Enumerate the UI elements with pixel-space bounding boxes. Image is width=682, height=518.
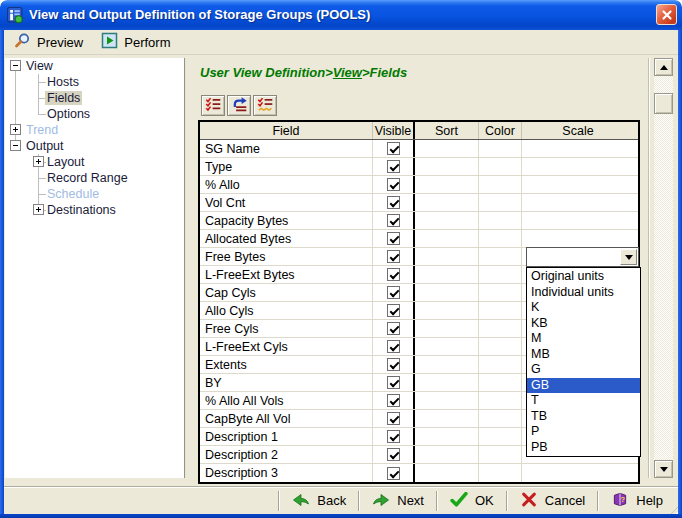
tree-item-label[interactable]: Schedule <box>45 187 101 201</box>
collapse-minus-icon[interactable] <box>10 60 21 71</box>
cancel-button[interactable]: Cancel <box>509 489 596 513</box>
color-cell[interactable] <box>479 374 522 391</box>
default-fields-button[interactable] <box>253 95 277 116</box>
visible-checkbox-checked[interactable] <box>387 430 400 443</box>
collapse-minus-icon[interactable] <box>10 140 21 151</box>
visible-cell[interactable] <box>373 212 415 229</box>
visible-cell[interactable] <box>373 230 415 247</box>
scale-cell[interactable] <box>522 194 634 211</box>
sort-cell[interactable] <box>415 266 479 283</box>
sort-cell[interactable] <box>415 320 479 337</box>
color-cell[interactable] <box>479 428 522 445</box>
visible-cell[interactable] <box>373 428 415 445</box>
visible-checkbox-checked[interactable] <box>387 196 400 209</box>
visible-cell[interactable] <box>373 176 415 193</box>
scale-option-m[interactable]: M <box>527 331 640 347</box>
scale-cell[interactable] <box>522 140 634 157</box>
visible-cell[interactable] <box>373 140 415 157</box>
perform-button[interactable]: Perform <box>97 30 174 54</box>
visible-checkbox-checked[interactable] <box>387 250 400 263</box>
color-cell[interactable] <box>479 212 522 229</box>
scrollbar-thumb[interactable] <box>654 93 673 114</box>
visible-checkbox-checked[interactable] <box>387 232 400 245</box>
sort-cell[interactable] <box>415 230 479 247</box>
tree-item-record-range[interactable]: Record Range <box>5 170 185 186</box>
expand-plus-icon[interactable] <box>10 124 21 135</box>
ok-button[interactable]: OK <box>439 489 505 513</box>
visible-cell[interactable] <box>373 374 415 391</box>
visible-checkbox-checked[interactable] <box>387 304 400 317</box>
back-button[interactable]: Back <box>281 489 357 513</box>
visible-checkbox-checked[interactable] <box>387 340 400 353</box>
visible-cell[interactable] <box>373 158 415 175</box>
sort-cell[interactable] <box>415 374 479 391</box>
scale-option-p[interactable]: P <box>527 424 640 440</box>
color-cell[interactable] <box>479 410 522 427</box>
visible-cell[interactable] <box>373 338 415 355</box>
color-cell[interactable] <box>479 140 522 157</box>
visible-checkbox-checked[interactable] <box>387 448 400 461</box>
visible-cell[interactable] <box>373 356 415 373</box>
expand-plus-icon[interactable] <box>33 156 44 167</box>
tree-item-label[interactable]: Destinations <box>45 203 118 217</box>
combobox-dropdown-arrow-icon[interactable] <box>620 249 637 265</box>
visible-checkbox-checked[interactable] <box>387 214 400 227</box>
color-cell[interactable] <box>479 464 522 482</box>
scale-option-original-units[interactable]: Original units <box>527 269 640 285</box>
tree-item-fields[interactable]: Fields <box>5 90 185 106</box>
color-cell[interactable] <box>479 320 522 337</box>
sort-cell[interactable] <box>415 392 479 409</box>
color-cell[interactable] <box>479 356 522 373</box>
next-button[interactable]: Next <box>361 489 435 513</box>
sort-cell[interactable] <box>415 194 479 211</box>
scale-cell[interactable] <box>522 230 634 247</box>
color-cell[interactable] <box>479 302 522 319</box>
sort-cell[interactable] <box>415 212 479 229</box>
tree-item-label[interactable]: Output <box>24 139 66 153</box>
sort-cell[interactable] <box>415 158 479 175</box>
color-cell[interactable] <box>479 248 522 265</box>
visible-checkbox-checked[interactable] <box>387 268 400 281</box>
visible-cell[interactable] <box>373 302 415 319</box>
scale-option-individual-units[interactable]: Individual units <box>527 285 640 301</box>
color-cell[interactable] <box>479 176 522 193</box>
visible-checkbox-checked[interactable] <box>387 142 400 155</box>
tree-item-view[interactable]: View <box>5 58 185 74</box>
sort-cell[interactable] <box>415 302 479 319</box>
scale-option-mb[interactable]: MB <box>527 347 640 363</box>
tree-item-label[interactable]: Options <box>45 107 92 121</box>
sort-cell[interactable] <box>415 284 479 301</box>
visible-cell[interactable] <box>373 446 415 463</box>
tree-item-label[interactable]: Record Range <box>45 171 130 185</box>
vertical-scrollbar-track[interactable] <box>654 58 673 478</box>
expand-plus-icon[interactable] <box>33 204 44 215</box>
color-cell[interactable] <box>479 284 522 301</box>
visible-cell[interactable] <box>373 392 415 409</box>
visible-cell[interactable] <box>373 266 415 283</box>
scale-option-t[interactable]: T <box>527 393 640 409</box>
visible-checkbox-checked[interactable] <box>387 358 400 371</box>
visible-checkbox-checked[interactable] <box>387 376 400 389</box>
visible-cell[interactable] <box>373 284 415 301</box>
tree-item-trend[interactable]: Trend <box>5 122 185 138</box>
color-cell[interactable] <box>479 194 522 211</box>
tree-item-hosts[interactable]: Hosts <box>5 74 185 90</box>
visible-cell[interactable] <box>373 194 415 211</box>
reset-fields-button[interactable] <box>227 95 251 116</box>
tree-item-destinations[interactable]: Destinations <box>5 202 185 218</box>
tree-item-schedule[interactable]: Schedule <box>5 186 185 202</box>
color-cell[interactable] <box>479 158 522 175</box>
scale-cell[interactable] <box>522 212 634 229</box>
scale-cell[interactable] <box>522 158 634 175</box>
sort-cell[interactable] <box>415 446 479 463</box>
scroll-down-arrow-icon[interactable] <box>654 460 673 478</box>
preview-button[interactable]: Preview <box>10 30 87 54</box>
visible-checkbox-checked[interactable] <box>387 178 400 191</box>
tree-item-label[interactable]: Trend <box>24 123 60 137</box>
sort-cell[interactable] <box>415 248 479 265</box>
sort-cell[interactable] <box>415 176 479 193</box>
sort-cell[interactable] <box>415 140 479 157</box>
scale-option-k[interactable]: K <box>527 300 640 316</box>
sort-cell[interactable] <box>415 464 479 482</box>
tree-item-label[interactable]: View <box>24 59 55 73</box>
